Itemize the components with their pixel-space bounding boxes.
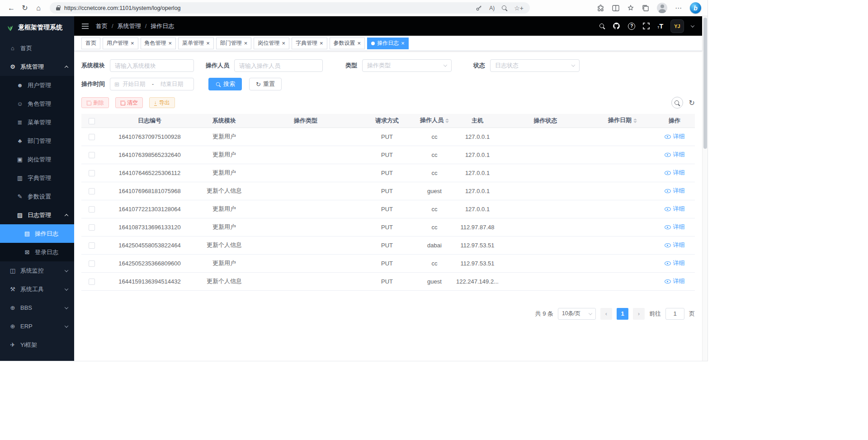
collapse-sidebar-icon[interactable] (81, 23, 89, 29)
browser-home-button[interactable]: ⌂ (32, 2, 45, 14)
delete-button[interactable]: 删除 (81, 97, 109, 108)
close-icon[interactable]: × (401, 40, 405, 46)
row-checkbox[interactable] (89, 224, 95, 231)
col-date[interactable]: 操作日期 (591, 114, 654, 128)
page-size-select[interactable]: 10条/页 (558, 308, 596, 320)
type-select[interactable]: 操作类型 (362, 59, 452, 72)
close-icon[interactable]: × (244, 40, 248, 46)
sidebar-item-system-monitor[interactable]: ◫ 系统监控 (0, 261, 74, 280)
detail-link[interactable]: 详细 (665, 223, 685, 231)
sort-icon[interactable] (633, 117, 637, 125)
close-icon[interactable]: × (206, 40, 210, 46)
close-icon[interactable]: × (169, 40, 172, 46)
export-button[interactable]: ↓ 导出 (149, 97, 175, 108)
toggle-search-button[interactable] (671, 97, 683, 109)
date-range-input[interactable]: ⊞ 开始日期 - 结束日期 (110, 78, 194, 90)
fullscreen-icon[interactable] (643, 23, 650, 29)
detail-link[interactable]: 详细 (665, 277, 685, 285)
app-logo[interactable]: 意框架管理系统 (0, 16, 74, 39)
user-avatar[interactable]: YJ (671, 20, 684, 33)
sidebar-item-param-settings[interactable]: ✎ 参数设置 (0, 187, 74, 206)
more-menu-icon[interactable]: ⋯ (675, 4, 682, 12)
close-icon[interactable]: × (320, 40, 323, 46)
sidebar-item-yi-framework[interactable]: ✈ Yi框架 (0, 336, 74, 354)
close-icon[interactable]: × (282, 40, 285, 46)
prev-page-button[interactable]: ‹ (600, 308, 612, 320)
row-checkbox[interactable] (89, 242, 95, 249)
sort-icon[interactable] (445, 117, 449, 125)
row-checkbox[interactable] (89, 170, 95, 176)
url-bar[interactable]: https://ccnetcore.com:1101/system/log/op… (50, 2, 530, 14)
tab[interactable]: 参数设置 × (330, 38, 365, 49)
detail-link[interactable]: 详细 (665, 169, 685, 177)
sidebar-item-dept-management[interactable]: ♣ 部门管理 (0, 132, 74, 150)
breadcrumb-home[interactable]: 首页 (96, 22, 108, 30)
zoom-out-icon[interactable] (501, 5, 507, 11)
sidebar-item-system-management[interactable]: ⚙ 系统管理 (0, 57, 74, 76)
detail-link[interactable]: 详细 (665, 205, 685, 213)
current-page-button[interactable]: 1 (617, 308, 628, 320)
page-scrollbar[interactable] (702, 16, 708, 361)
help-icon[interactable]: ? (628, 23, 635, 30)
sidebar-item-erp[interactable]: ⊕ ERP (0, 317, 74, 336)
detail-link[interactable]: 详细 (665, 241, 685, 249)
tab[interactable]: 角色管理 × (141, 38, 176, 49)
sidebar-item-post-management[interactable]: ▣ 岗位管理 (0, 150, 74, 169)
detail-link[interactable]: 详细 (665, 132, 685, 141)
font-size-icon[interactable]: тT (657, 22, 663, 30)
select-all-checkbox[interactable] (89, 118, 95, 124)
breadcrumb-system[interactable]: 系统管理 (118, 22, 141, 30)
sidebar-item-bbs[interactable]: ⊕ BBS (0, 298, 74, 317)
refresh-table-button[interactable]: ↻ (689, 99, 695, 107)
collections-icon[interactable] (642, 5, 649, 12)
row-checkbox[interactable] (89, 260, 95, 267)
back-button[interactable]: ← (5, 2, 18, 14)
status-select[interactable]: 日志状态 (490, 59, 580, 72)
detail-link[interactable]: 详细 (665, 259, 685, 267)
sidebar-item-role-management[interactable]: ☺ 角色管理 (0, 95, 74, 113)
tab[interactable]: 操作日志 × (367, 38, 409, 49)
tab[interactable]: 用户管理 × (103, 38, 138, 49)
sidebar-item-login-log[interactable]: ⊠ 登录日志 (0, 243, 74, 261)
reset-button[interactable]: ↻ 重置 (249, 78, 282, 90)
chevron-down-icon[interactable] (691, 24, 694, 27)
sidebar-item-menu-management[interactable]: ≣ 菜单管理 (0, 113, 74, 132)
sidebar-item-home[interactable]: ⌂ 首页 (0, 39, 74, 57)
read-aloud-icon[interactable]: A) (489, 5, 495, 11)
goto-page-input[interactable] (665, 308, 684, 320)
search-icon[interactable] (599, 23, 605, 29)
operator-input[interactable] (234, 59, 323, 72)
extensions-icon[interactable] (597, 5, 604, 12)
github-icon[interactable] (613, 22, 620, 30)
clear-button[interactable]: 清空 (115, 97, 143, 108)
sidebar-item-operation-log[interactable]: ▤ 操作日志 (0, 224, 74, 243)
next-page-button[interactable]: › (633, 308, 645, 320)
module-input[interactable] (110, 59, 194, 72)
url-text[interactable]: https://ccnetcore.com:1101/system/log/op… (64, 5, 472, 11)
detail-link[interactable]: 详细 (665, 151, 685, 159)
tab[interactable]: 字典管理 × (292, 38, 327, 49)
bing-icon[interactable]: b (690, 2, 701, 14)
sidebar-item-system-tools[interactable]: ⚒ 系统工具 (0, 280, 74, 298)
add-favorite-icon[interactable]: ☆+ (514, 5, 524, 12)
close-icon[interactable]: × (358, 40, 361, 46)
split-screen-icon[interactable] (612, 5, 619, 11)
detail-link[interactable]: 详细 (665, 187, 685, 195)
col-operator[interactable]: 操作人员 (414, 114, 455, 128)
row-checkbox[interactable] (89, 279, 95, 285)
search-button[interactable]: 搜索 (208, 78, 242, 90)
sidebar-item-user-management[interactable]: ☻ 用户管理 (0, 76, 74, 95)
tab[interactable]: 部门管理 × (216, 38, 252, 49)
key-icon[interactable] (476, 5, 482, 11)
tab[interactable]: 首页 × (81, 38, 100, 49)
scrollbar-thumb[interactable] (703, 18, 707, 149)
refresh-button[interactable]: ↻ (18, 2, 32, 14)
sidebar-item-log-management[interactable]: ▨ 日志管理 (0, 206, 74, 224)
sidebar-item-dict-management[interactable]: ▥ 字典管理 (0, 169, 74, 187)
row-checkbox[interactable] (89, 206, 95, 213)
row-checkbox[interactable] (89, 188, 95, 194)
row-checkbox[interactable] (89, 152, 95, 158)
row-checkbox[interactable] (89, 134, 95, 140)
profile-avatar[interactable] (657, 3, 667, 13)
tab[interactable]: 岗位管理 × (254, 38, 289, 49)
